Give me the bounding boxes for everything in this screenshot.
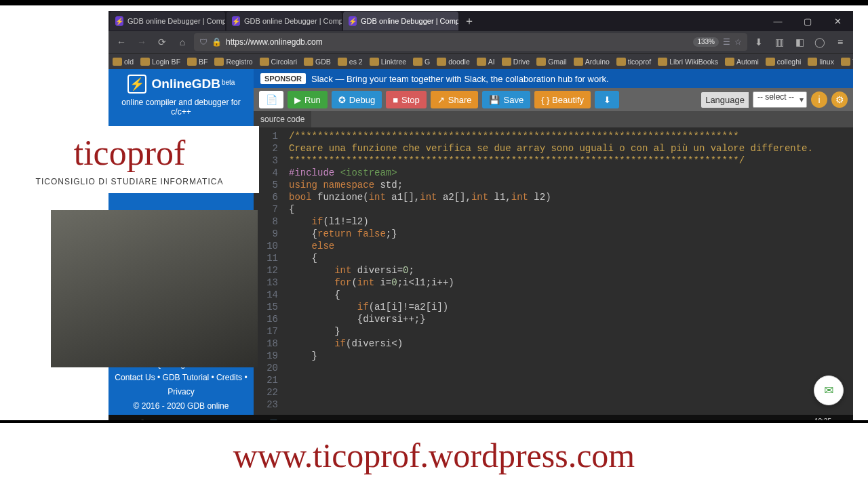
share-button[interactable]: ↗ Share: [431, 91, 479, 108]
bolt-icon: ⚡: [127, 75, 146, 94]
bookmark-item[interactable]: Registro: [214, 58, 252, 66]
bookmark-item[interactable]: Libri WikiBooks: [658, 58, 718, 66]
forward-button[interactable]: →: [133, 33, 151, 51]
downloads-icon[interactable]: ⬇: [750, 33, 768, 51]
info-icon[interactable]: i: [811, 92, 827, 108]
bookmark-item[interactable]: GDB: [304, 58, 331, 66]
run-button[interactable]: ▶ Run: [288, 91, 328, 108]
bookmark-item[interactable]: Turing: [841, 58, 853, 66]
window-minimize[interactable]: —: [764, 12, 792, 30]
bookmark-item[interactable]: Automi: [725, 58, 759, 66]
bolt-icon: ⚡: [115, 16, 123, 26]
window-maximize[interactable]: ▢: [793, 12, 822, 30]
lock-icon: 🔒: [212, 37, 222, 47]
app-title: OnlineGDB: [152, 77, 220, 91]
reload-button[interactable]: ⟳: [153, 33, 171, 51]
sponsor-bar[interactable]: SPONSOR Slack — Bring your team together…: [254, 69, 853, 88]
onlinegdb-main: SPONSOR Slack — Bring your team together…: [254, 69, 853, 415]
browser-tab[interactable]: ⚡GDB online Debugger | Compi×: [110, 12, 225, 30]
debug-button[interactable]: ✪ Debug: [332, 91, 382, 108]
blog-title: ticoprof: [0, 126, 259, 177]
app-subtitle: online compiler and debugger for c/c++: [108, 96, 254, 122]
bookmark-item[interactable]: Drive: [502, 58, 530, 66]
blog-header: ticoprof TICONSIGLIO DI STUDIARE INFORMA…: [0, 126, 259, 193]
reader-icon[interactable]: ☰: [723, 37, 730, 47]
bookmark-item[interactable]: Arduino: [574, 58, 610, 66]
new-file-button[interactable]: 📄: [259, 91, 283, 108]
language-select[interactable]: -- select --: [753, 92, 807, 108]
nav-toolbar: ← → ⟳ ⌂ 🛡 🔒 https://www.onlinegdb.com 13…: [108, 31, 853, 53]
bookmark-item[interactable]: Gmail: [536, 58, 566, 66]
sidebar-icon[interactable]: ◧: [791, 33, 808, 51]
zoom-badge[interactable]: 133%: [693, 37, 719, 47]
beautify-button[interactable]: { } Beautify: [534, 91, 591, 108]
bookmark-star-icon[interactable]: ☆: [734, 37, 742, 47]
bolt-icon: ⚡: [349, 16, 357, 26]
footer-url: www.ticoprof.wordpress.com: [0, 423, 868, 488]
ide-toolbar: 📄 ▶ Run ✪ Debug ■ Stop ↗ Share 💾 Save { …: [254, 88, 853, 111]
new-tab-button[interactable]: ＋: [460, 14, 479, 28]
bookmark-item[interactable]: linux: [808, 58, 834, 66]
stop-button[interactable]: ■ Stop: [386, 91, 427, 108]
url-text: https://www.onlinegdb.com: [226, 37, 323, 47]
webcam-overlay: [51, 210, 258, 367]
bolt-icon: ⚡: [232, 16, 240, 26]
bookmark-item[interactable]: old: [113, 58, 134, 66]
home-button[interactable]: ⌂: [174, 33, 191, 51]
bookmark-item[interactable]: G: [413, 58, 430, 66]
browser-tab[interactable]: ⚡GDB online Debugger | Compi×: [343, 12, 458, 30]
download-button[interactable]: ⬇: [595, 91, 619, 108]
bookmark-item[interactable]: AI: [477, 58, 495, 66]
sponsor-text: Slack — Bring your team together with Sl…: [311, 74, 609, 84]
file-tab-bar: source code: [254, 111, 853, 127]
bookmark-item[interactable]: colleghi: [766, 58, 802, 66]
bookmarks-bar: oldLogin BFBFRegistroCircolariGDBes 2Lin…: [108, 53, 853, 69]
save-button[interactable]: 💾 Save: [482, 91, 530, 108]
sponsor-badge: SPONSOR: [260, 73, 306, 84]
code-editor[interactable]: 1234567891011121314151617181920212223 /*…: [254, 127, 853, 415]
bookmark-item[interactable]: Circolari: [260, 58, 298, 66]
app-menu-icon[interactable]: ≡: [831, 33, 849, 51]
bookmark-item[interactable]: es 2: [338, 58, 363, 66]
url-bar[interactable]: 🛡 🔒 https://www.onlinegdb.com 133% ☰ ☆: [194, 33, 747, 51]
browser-tab[interactable]: ⚡GDB online Debugger | Compi×: [226, 12, 342, 30]
bookmark-item[interactable]: BF: [187, 58, 208, 66]
bookmark-item[interactable]: Login BF: [140, 58, 180, 66]
bookmark-item[interactable]: doodle: [437, 58, 470, 66]
language-label: Language: [701, 92, 749, 108]
back-button[interactable]: ←: [113, 33, 130, 51]
bookmark-item[interactable]: ticoprof: [616, 58, 651, 66]
shield-icon: 🛡: [199, 37, 208, 47]
window-close[interactable]: ✕: [823, 12, 852, 30]
bookmark-item[interactable]: Linktree: [370, 58, 406, 66]
file-tab-source[interactable]: source code: [254, 111, 311, 127]
settings-icon[interactable]: ⚙: [831, 92, 848, 108]
feedback-fab[interactable]: ✉: [814, 375, 844, 405]
blog-tagline: TICONSIGLIO DI STUDIARE INFORMATICA: [0, 177, 259, 193]
tab-strip: ⚡GDB online Debugger | Compi×⚡GDB online…: [108, 11, 853, 31]
copyright: © 2016 - 2020 GDB online: [134, 399, 229, 415]
account-icon[interactable]: ◯: [811, 33, 829, 51]
library-icon[interactable]: ▥: [770, 33, 788, 51]
